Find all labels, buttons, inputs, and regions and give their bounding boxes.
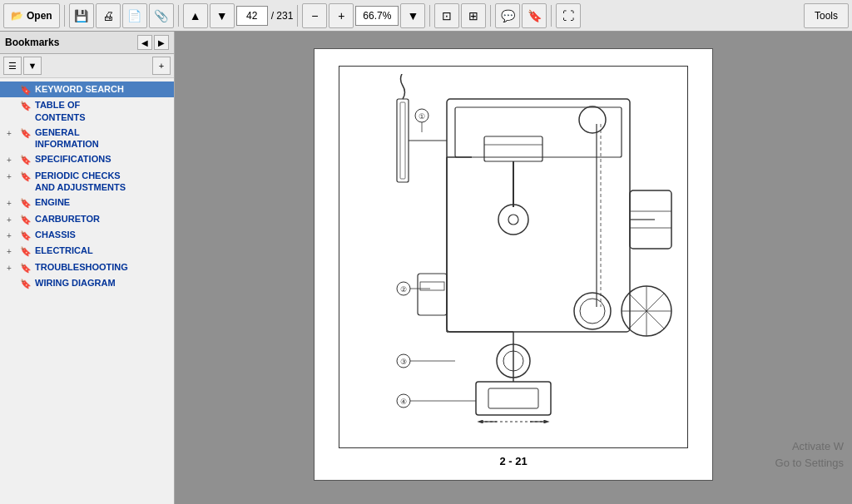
save-button[interactable]: 💾 [69,3,94,28]
page-input[interactable] [236,6,268,26]
bookmark-icon: 🔖 [20,100,32,111]
sidebar-item-keyword-search[interactable]: 🔖 KEYWORD SEARCH [0,82,174,97]
watermark-line1: Activate W [775,438,844,455]
sidebar-expand-button[interactable]: ▶ [154,35,169,50]
sidebar-item-general-information[interactable]: + 🔖 GENERALINFORMATION [0,125,174,152]
sidebar-item-periodic-checks[interactable]: + 🔖 PERIODIC CHECKSAND ADJUSTMENTS [0,168,174,195]
fit-width-button[interactable]: ⊡ [434,3,459,28]
sidebar-item-electrical[interactable]: + 🔖 ELECTRICAL [0,243,174,259]
separator-4 [429,5,430,27]
fullscreen-button[interactable]: ⛶ [556,3,581,28]
page-total: / 231 [271,10,294,22]
zoom-dropdown-button[interactable]: ▼ [400,3,425,28]
svg-rect-28 [400,102,405,179]
sidebar-item-label: WIRING DIAGRAM [35,277,116,289]
expand-icon-plus[interactable]: + [7,215,17,225]
folder-icon: 📂 [11,10,23,22]
sidebar-dropdown-button[interactable]: ▼ [23,57,42,75]
sidebar-item-label: TABLE OFCONTENTS [35,99,86,123]
bookmark-icon: 🔖 [20,245,32,257]
comment-button[interactable]: 💬 [495,3,520,28]
content-area[interactable]: ① ② ③ [175,32,852,504]
bookmark-icon: 🔖 [20,84,32,96]
bookmarks-title: Bookmarks [5,37,59,48]
svg-text:④: ④ [400,398,407,406]
sidebar-item-label: TROUBLESHOOTING [35,261,128,273]
svg-rect-27 [397,99,409,182]
sidebar-item-engine[interactable]: + 🔖 ENGINE [0,195,174,210]
zoom-out-button[interactable]: − [302,3,327,28]
sidebar-item-troubleshooting[interactable]: + 🔖 TROUBLESHOOTING [0,259,174,275]
svg-point-5 [498,205,528,235]
svg-point-6 [508,215,518,225]
svg-text:②: ② [400,285,407,294]
bookmark-icon: 🔖 [20,214,32,225]
watermark-line2: Go to Settings [775,455,844,472]
sidebar-add-button[interactable]: + [152,57,171,75]
bookmark-icon: 🔖 [20,127,32,139]
attach-button[interactable]: 📎 [149,3,174,28]
sidebar-item-label: CARBURETOR [35,213,100,225]
stamp-button[interactable]: 🔖 [522,3,547,28]
separator-6 [551,5,552,27]
bookmark-icon: 🔖 [20,262,32,274]
svg-text:③: ③ [400,358,407,366]
sidebar-item-wiring-diagram[interactable]: 🔖 WIRING DIAGRAM [0,275,174,291]
expand-icon-plus[interactable]: + [7,246,17,257]
svg-rect-0 [447,99,630,332]
bookmark-icon: 🔖 [20,197,32,209]
print-button[interactable]: 🖨 [96,3,121,28]
sidebar-header: Bookmarks ◀ ▶ [0,32,174,54]
export-button[interactable]: 📄 [122,3,147,28]
expand-icon-plus[interactable]: + [7,171,17,182]
sidebar-list-button[interactable]: ☰ [3,57,22,75]
pdf-page: ① ② ③ [314,48,713,481]
separator-3 [297,5,298,27]
sidebar-toolbar: ☰ ▼ + [0,54,174,78]
diagram-container: ① ② ③ [339,66,688,448]
sidebar-item-label: ELECTRICAL [35,245,93,256]
fit-page-button[interactable]: ⊞ [461,3,486,28]
main-area: Bookmarks ◀ ▶ ☰ ▼ + 🔖 KEYWORD SEARCH 🔖 [0,32,852,504]
svg-point-11 [579,106,606,133]
svg-text:①: ① [419,112,425,121]
sidebar-item-carburetor[interactable]: + 🔖 CARBURETOR [0,211,174,227]
expand-icon-plus[interactable]: + [7,263,17,274]
sidebar-item-label: ENGINE [35,196,70,208]
separator-5 [490,5,491,27]
bookmark-icon: 🔖 [20,278,32,289]
sidebar-item-table-of-contents[interactable]: 🔖 TABLE OFCONTENTS [0,97,174,125]
expand-icon-plus[interactable]: + [7,155,17,166]
tools-button[interactable]: Tools [804,3,849,28]
sidebar-item-label: PERIODIC CHECKSAND ADJUSTMENTS [35,170,126,194]
svg-point-10 [580,299,605,324]
engine-diagram-svg: ① ② ③ [347,74,680,440]
open-label: Open [27,10,52,22]
toolbar: 📂 Open 💾 🖨 📄 📎 ▲ ▼ / 231 − + ▼ ⊡ ⊞ 💬 🔖 ⛶… [0,0,852,32]
page-label: 2 - 21 [499,455,527,467]
sidebar-item-label: KEYWORD SEARCH [35,83,124,95]
sidebar-item-label: GENERALINFORMATION [35,126,99,151]
sidebar: Bookmarks ◀ ▶ ☰ ▼ + 🔖 KEYWORD SEARCH 🔖 [0,32,175,504]
svg-rect-12 [476,382,551,415]
expand-icon-plus[interactable]: + [7,198,17,209]
expand-icon-plus[interactable]: + [7,128,17,139]
next-page-button[interactable]: ▼ [210,3,235,28]
sidebar-collapse-button[interactable]: ◀ [137,35,152,50]
bookmark-icon: 🔖 [20,170,32,182]
sidebar-item-chassis[interactable]: + 🔖 CHASSIS [0,227,174,243]
svg-rect-13 [488,388,538,408]
sidebar-content: 🔖 KEYWORD SEARCH 🔖 TABLE OFCONTENTS + 🔖 … [0,78,174,504]
zoom-input[interactable] [355,6,399,26]
open-button[interactable]: 📂 Open [3,3,60,28]
watermark: Activate W Go to Settings [775,438,844,471]
expand-icon-plus[interactable]: + [7,230,17,241]
separator-2 [178,5,179,27]
separator-1 [64,5,65,27]
svg-rect-36 [418,274,447,315]
bookmark-icon: 🔖 [20,154,32,166]
prev-page-button[interactable]: ▲ [183,3,208,28]
svg-rect-37 [420,282,444,290]
zoom-in-button[interactable]: + [329,3,354,28]
sidebar-item-specifications[interactable]: + 🔖 SPECIFICATIONS [0,151,174,167]
